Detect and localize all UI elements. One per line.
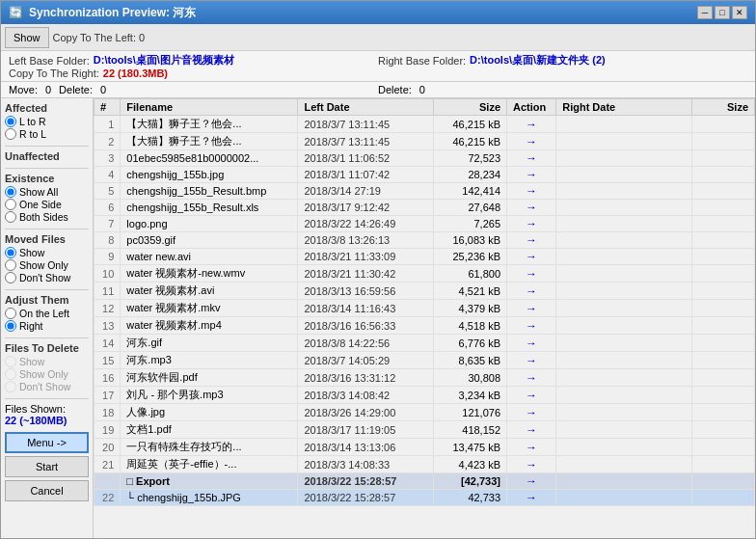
radio-right[interactable]: Right xyxy=(5,320,89,332)
start-button[interactable]: Start xyxy=(5,456,89,477)
radio-both-sides[interactable]: Both Sides xyxy=(5,211,89,223)
table-row[interactable]: 301ebec5985e81b0000002...2018/3/1 11:06:… xyxy=(94,150,755,167)
table-row[interactable]: 5chengshijg_155b_Result.bmp2018/3/14 27:… xyxy=(94,183,755,200)
radio-right-input[interactable] xyxy=(5,320,16,332)
table-row[interactable]: 9water new.avi2018/3/21 11:33:0925,236 k… xyxy=(94,249,755,265)
file-table-container[interactable]: # Filename Left Date Size Action Right D… xyxy=(94,98,755,538)
cancel-button[interactable]: Cancel xyxy=(5,480,89,501)
radio-both-sides-label: Both Sides xyxy=(19,211,68,223)
table-row[interactable]: 10water 视频素材-new.wmv2018/3/21 11:30:4261… xyxy=(94,265,755,283)
table-row[interactable]: 6chengshijg_155b_Result.xls2018/3/17 9:1… xyxy=(94,200,755,216)
table-row[interactable]: 19文档1.pdf2018/3/17 11:19:05418,152→ xyxy=(94,421,755,439)
table-row[interactable]: 11water 视频素材.avi2018/3/13 16:59:564,521 … xyxy=(94,283,755,300)
app-icon: 🔄 xyxy=(9,6,23,19)
table-row[interactable]: 1【大猫】狮子王？他会...2018/3/7 13:11:4546,215 kB… xyxy=(94,116,755,133)
radio-show-all[interactable]: Show All xyxy=(5,186,89,198)
table-row[interactable]: 17刘凡 - 那个男孩.mp32018/3/3 14:08:423,234 kB… xyxy=(94,387,755,404)
divider-4 xyxy=(5,289,89,290)
cell-filename: pc0359.gif xyxy=(121,232,298,249)
table-row[interactable]: 12water 视频素材.mkv2018/3/14 11:16:434,379 … xyxy=(94,300,755,317)
cell-size: 4,423 kB xyxy=(434,456,507,473)
cell-right-date xyxy=(556,404,692,421)
cell-action: → xyxy=(507,265,556,283)
radio-show-all-input[interactable] xyxy=(5,186,16,198)
radio-show-only[interactable]: Show Only xyxy=(5,259,89,271)
cell-right-date xyxy=(556,439,692,456)
cell-filename: chengshijg_155b_Result.bmp xyxy=(121,183,298,200)
table-row[interactable]: 7logo.png2018/3/22 14:26:497,265→ xyxy=(94,216,755,232)
left-move-label: Move: xyxy=(9,84,38,95)
cell-filename: water 视频素材-new.wmv xyxy=(121,265,298,283)
left-delete-label: Delete: xyxy=(59,84,93,95)
radio-rl-input[interactable] xyxy=(5,128,16,140)
col-num: # xyxy=(94,99,121,116)
table-row[interactable]: 16河东软件园.pdf2018/3/16 13:31:1230,808→ xyxy=(94,369,755,387)
cell-size: 7,265 xyxy=(434,216,507,232)
maximize-button[interactable]: □ xyxy=(715,6,730,19)
radio-fd-dont-show-input[interactable] xyxy=(5,381,16,392)
cell-right-size xyxy=(691,265,754,283)
table-body: 1【大猫】狮子王？他会...2018/3/7 13:11:4546,215 kB… xyxy=(94,116,755,506)
radio-both-sides-input[interactable] xyxy=(5,211,16,223)
cell-action: → xyxy=(507,473,556,490)
cell-right-size xyxy=(691,116,754,133)
cell-filename: 河东软件园.pdf xyxy=(121,369,298,387)
cell-right-date xyxy=(556,150,692,167)
table-row[interactable]: 13water 视频素材.mp42018/3/16 16:56:334,518 … xyxy=(94,317,755,335)
radio-dont-show[interactable]: Don't Show xyxy=(5,272,89,283)
radio-fd-show-only-input[interactable] xyxy=(5,368,16,380)
radio-fd-show[interactable]: Show xyxy=(5,356,89,367)
existence-section: Existence Show All One Side Both Sides xyxy=(5,173,89,223)
table-row[interactable]: 20一只有特殊生存技巧的...2018/3/14 13:13:0613,475 … xyxy=(94,439,755,456)
radio-fd-show-input[interactable] xyxy=(5,356,16,367)
table-row[interactable]: 18人像.jpg2018/3/26 14:29:00121,076→ xyxy=(94,404,755,421)
affected-section: Affected L to R R to L xyxy=(5,102,89,140)
radio-on-left-input[interactable] xyxy=(5,308,16,319)
cell-right-date xyxy=(556,421,692,439)
table-row[interactable]: 15河东.mp32018/3/7 14:05:298,635 kB→ xyxy=(94,352,755,369)
table-row[interactable]: 22└ chengshijg_155b.JPG2018/3/22 15:28:5… xyxy=(94,490,755,506)
files-delete-section: Files To Delete Show Show Only Don't Sho… xyxy=(5,342,89,392)
radio-fd-show-only[interactable]: Show Only xyxy=(5,368,89,380)
radio-show-all-label: Show All xyxy=(19,186,58,198)
cell-filename: water new.avi xyxy=(121,249,298,265)
minimize-button[interactable]: ─ xyxy=(697,6,713,19)
table-row[interactable]: □ Export2018/3/22 15:28:57[42,733]→ xyxy=(94,473,755,490)
table-row[interactable]: 21周延英（英子-effie）-...2018/3/3 14:08:334,42… xyxy=(94,456,755,473)
cell-num: 18 xyxy=(94,404,121,421)
table-row[interactable]: 2【大猫】狮子王？他会...2018/3/7 13:11:4546,215 kB… xyxy=(94,133,755,150)
show-button[interactable]: Show xyxy=(5,27,49,48)
menu-button[interactable]: Menu -> xyxy=(5,432,89,453)
copy-left-label: Copy To The Left: 0 xyxy=(53,32,146,43)
cell-filename: 【大猫】狮子王？他会... xyxy=(121,116,298,133)
radio-one-side[interactable]: One Side xyxy=(5,199,89,210)
radio-fd-dont-show[interactable]: Don't Show xyxy=(5,381,89,392)
radio-on-left-label: On the Left xyxy=(19,308,69,319)
cell-size: 42,733 xyxy=(434,490,507,506)
right-folder-info: Right Base Folder: D:\tools\桌面\新建文件夹 (2) xyxy=(378,53,747,67)
table-row[interactable]: 4chengshijg_155b.jpg2018/3/1 11:07:4228,… xyxy=(94,167,755,183)
cell-right-size xyxy=(691,150,754,167)
cell-right-date xyxy=(556,265,692,283)
radio-dont-show-input[interactable] xyxy=(5,272,16,283)
cell-action: → xyxy=(507,200,556,216)
radio-on-left[interactable]: On the Left xyxy=(5,308,89,319)
files-shown-section: Files Shown: 22 (~180MB) xyxy=(5,403,89,426)
radio-show-input[interactable] xyxy=(5,247,16,258)
radio-one-side-input[interactable] xyxy=(5,199,16,210)
cell-size: 4,521 kB xyxy=(434,283,507,300)
close-button[interactable]: ✕ xyxy=(732,6,747,19)
cell-left-date: 2018/3/1 11:07:42 xyxy=(298,167,434,183)
cell-filename: 【大猫】狮子王？他会... xyxy=(121,133,298,150)
cell-size: 418,152 xyxy=(434,421,507,439)
table-row[interactable]: 14河东.gif2018/3/8 14:22:566,776 kB→ xyxy=(94,335,755,352)
radio-rl[interactable]: R to L xyxy=(5,128,89,140)
radio-show-only-input[interactable] xyxy=(5,259,16,271)
table-row[interactable]: 8pc0359.gif2018/3/8 13:26:1316,083 kB→ xyxy=(94,232,755,249)
col-filename: Filename xyxy=(121,99,298,116)
col-left-date: Left Date xyxy=(298,99,434,116)
radio-lr[interactable]: L to R xyxy=(5,116,89,127)
left-stats: Move: 0 Delete: 0 xyxy=(9,84,378,95)
radio-show[interactable]: Show xyxy=(5,247,89,258)
radio-lr-input[interactable] xyxy=(5,116,16,127)
